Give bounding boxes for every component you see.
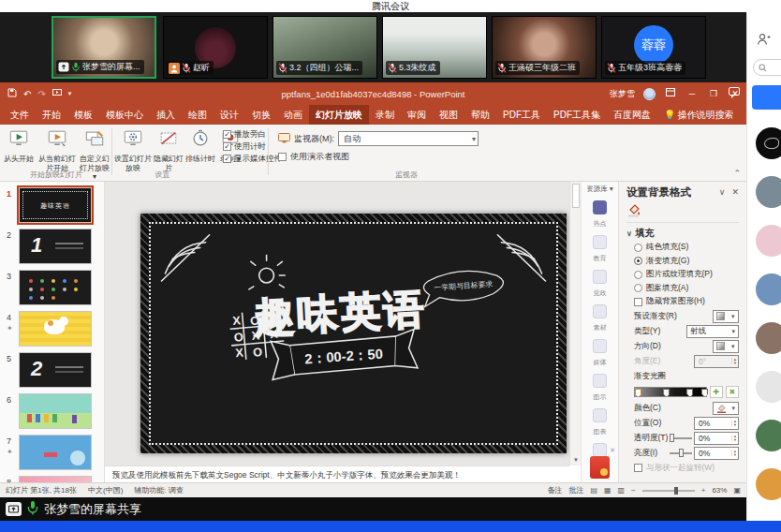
participant-tile[interactable]: 蓉蓉五年级3班高蓉蓉 (601, 16, 706, 79)
spinner[interactable]: 0%▴▾ (694, 432, 739, 445)
radio-button[interactable] (634, 244, 642, 252)
restore-button[interactable]: ❐ (707, 82, 720, 105)
account-avatar[interactable] (643, 88, 656, 100)
mini-slider[interactable] (670, 437, 692, 439)
tab-PDF工具集[interactable]: PDF工具集 (547, 105, 607, 125)
checkbox[interactable] (634, 298, 642, 306)
slide-thumbnail[interactable]: 1 (19, 229, 92, 264)
slide-thumbnail[interactable] (19, 393, 92, 429)
fill-option[interactable]: 图案填充(A) (626, 282, 739, 296)
ribbon-button[interactable]: 从头开始 (2, 125, 36, 164)
tab-切换[interactable]: 切换 (245, 105, 277, 125)
checkbox[interactable]: ✓ (223, 155, 231, 163)
monitor-select[interactable]: 自动▾ (338, 131, 479, 146)
tab-录制[interactable]: 录制 (369, 105, 401, 125)
checkbox[interactable] (634, 464, 642, 472)
tab-动画[interactable]: 动画 (277, 105, 309, 125)
resource-item-1[interactable]: 教育 (582, 235, 618, 263)
chevron-down-icon[interactable]: ∨ (719, 187, 726, 197)
gradient-preset-dropdown[interactable]: ▾ (713, 340, 739, 353)
resource-item-4[interactable]: 媒体 (582, 339, 618, 367)
fill-option[interactable]: 渐变填充(G) (626, 255, 739, 269)
resource-item-2[interactable]: 党政 (582, 270, 618, 298)
qat-dropdown-icon[interactable]: ▾ (68, 90, 72, 97)
gradient-preset-dropdown[interactable]: ▾ (713, 310, 739, 323)
color-dropdown[interactable]: ▾ (713, 402, 739, 415)
slide-thumbnail[interactable] (19, 476, 92, 482)
redo-icon[interactable]: ↷ (37, 89, 45, 99)
notes-toggle[interactable]: 备注 (547, 485, 562, 495)
resource-library-header[interactable]: 资源库 ▾ (582, 182, 618, 194)
participant-tile[interactable]: 3.2（四组）公瑞... (273, 16, 377, 79)
minimize-button[interactable]: ─ (685, 82, 699, 105)
comments-icon[interactable] (729, 87, 740, 96)
slide-thumbnail[interactable]: 2 (19, 352, 92, 388)
type-select[interactable]: 射线▾ (686, 325, 739, 338)
checkbox[interactable]: ✓ (223, 130, 231, 139)
slide-sorter-icon[interactable]: ▦ (604, 486, 612, 495)
gradient-stop-bar[interactable] (634, 387, 707, 397)
participant-avatar[interactable] (756, 420, 781, 451)
spinner[interactable]: 0%▴▾ (694, 417, 739, 430)
slide-thumbnail[interactable]: 趣味英语 (19, 187, 92, 223)
slide-thumbnail[interactable] (19, 270, 92, 305)
participant-avatar[interactable] (756, 468, 781, 500)
tab-插入[interactable]: 插入 (150, 105, 182, 125)
close-icon[interactable]: ✕ (610, 447, 615, 454)
ribbon-button[interactable]: 设置幻灯片放映 (113, 125, 153, 172)
zoom-level[interactable]: 63% (712, 486, 727, 495)
spinner[interactable]: 0°▴▾ (694, 355, 739, 368)
zoom-out-icon[interactable]: − (631, 486, 636, 495)
slide[interactable]: XOO OXX XO 趣味英语 一学期与目标要求 2：00-2：50 (140, 214, 567, 453)
tab-设计[interactable]: 设计 (214, 105, 245, 125)
tab-视图[interactable]: 视图 (433, 105, 464, 125)
participant-avatar[interactable] (756, 176, 781, 208)
ribbon-button[interactable]: 隐藏幻灯片 (153, 125, 184, 172)
participant-tile[interactable]: 张梦雪的屏幕... (52, 16, 156, 79)
ribbon-button[interactable]: 排练计时 (184, 125, 216, 164)
fit-to-window-icon[interactable]: ▣ (733, 486, 741, 495)
participant-tile[interactable]: 赵昕 (163, 16, 268, 79)
radio-button[interactable] (634, 271, 642, 279)
normal-view-icon[interactable]: ▤ (590, 486, 597, 495)
slide-thumbnail[interactable] (19, 435, 92, 470)
search-input[interactable] (753, 59, 781, 76)
tab-PDF工具[interactable]: PDF工具 (496, 105, 547, 125)
gradient-stop-handle[interactable] (663, 389, 670, 397)
participant-avatar[interactable] (756, 225, 781, 257)
undo-icon[interactable]: ↶ (23, 89, 31, 99)
comments-toggle[interactable]: 批注 (568, 485, 583, 495)
resource-item-0[interactable]: 热点 (582, 200, 618, 229)
tab-模板[interactable]: 模板 (67, 105, 99, 125)
mini-slider[interactable] (670, 452, 692, 454)
fill-option[interactable]: 图片或纹理填充(P) (626, 268, 739, 282)
tab-模板中心[interactable]: 模板中心 (99, 105, 150, 125)
participant-avatar[interactable] (756, 371, 781, 403)
gradient-stop-handle[interactable] (635, 389, 641, 397)
gradient-stop-handle[interactable] (686, 389, 693, 397)
participant-tile[interactable]: 5.3朱纹成 (382, 16, 487, 79)
add-gradient-stop-icon[interactable]: ✚ (710, 386, 723, 398)
tab-操作说明搜索[interactable]: 💡操作说明搜索 (657, 105, 740, 125)
collapse-ribbon-icon[interactable]: ⌃ (733, 169, 741, 178)
resource-item-5[interactable]: 图示 (582, 374, 618, 402)
tab-文件[interactable]: 文件 (4, 105, 36, 125)
account-name[interactable]: 张梦雪 (610, 88, 635, 100)
gradient-stop-handle[interactable] (701, 389, 708, 397)
tab-绘图[interactable]: 绘图 (182, 105, 214, 125)
resource-item-6[interactable]: 图表 (582, 408, 618, 436)
zoom-slider[interactable] (642, 490, 695, 492)
reading-view-icon[interactable]: ▥ (618, 486, 626, 495)
participant-avatar[interactable] (756, 127, 781, 159)
fill-option[interactable]: 纯色填充(S) (626, 241, 739, 255)
presenter-view-checkbox[interactable] (278, 153, 287, 161)
tab-审阅[interactable]: 审阅 (401, 105, 433, 125)
accessibility-status[interactable]: 辅助功能: 调查 (134, 485, 183, 495)
spinner[interactable]: 0%▴▾ (694, 447, 739, 460)
zoom-in-icon[interactable]: + (701, 486, 706, 495)
slide-area-scrollbar[interactable]: ▼ (569, 182, 581, 466)
meeting-action-button[interactable] (752, 85, 781, 110)
participant-avatar[interactable] (756, 273, 781, 305)
remove-gradient-stop-icon[interactable]: ✖ (726, 386, 739, 398)
ribbon-button[interactable]: 从当前幻灯片开始 (36, 125, 79, 172)
